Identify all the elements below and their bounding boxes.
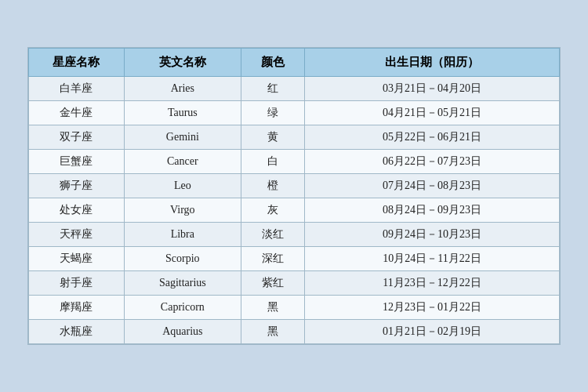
table-row: 白羊座Aries红03月21日－04月20日 [29,77,560,101]
cell-color: 绿 [241,101,304,125]
cell-chinese: 射手座 [29,271,125,296]
cell-english: Cancer [124,150,241,174]
cell-color: 黑 [241,296,304,320]
cell-color: 橙 [241,174,304,198]
cell-english: Sagittarius [124,271,241,296]
cell-date: 01月21日－02月19日 [305,320,560,344]
header-color: 颜色 [241,49,304,77]
cell-english: Scorpio [124,247,241,271]
table-row: 处女座Virgo灰08月24日－09月23日 [29,198,560,223]
cell-chinese: 巨蟹座 [29,150,125,174]
cell-english: Aries [124,77,241,101]
header-english: 英文名称 [124,49,241,77]
cell-date: 06月22日－07月23日 [305,150,560,174]
cell-chinese: 狮子座 [29,174,125,198]
cell-date: 03月21日－04月20日 [305,77,560,101]
cell-chinese: 水瓶座 [29,320,125,344]
cell-color: 深红 [241,247,304,271]
table-row: 水瓶座Aquarius黑01月21日－02月19日 [29,320,560,344]
cell-chinese: 天蝎座 [29,247,125,271]
cell-date: 05月22日－06月21日 [305,125,560,150]
cell-date: 12月23日－01月22日 [305,296,560,320]
cell-date: 10月24日－11月22日 [305,247,560,271]
table-row: 摩羯座Capricorn黑12月23日－01月22日 [29,296,560,320]
header-date: 出生日期（阳历） [305,49,560,77]
cell-date: 07月24日－08月23日 [305,174,560,198]
cell-english: Virgo [124,198,241,223]
cell-date: 09月24日－10月23日 [305,223,560,247]
cell-color: 黄 [241,125,304,150]
cell-color: 灰 [241,198,304,223]
cell-date: 04月21日－05月21日 [305,101,560,125]
zodiac-table-container: 星座名称 英文名称 颜色 出生日期（阳历） 白羊座Aries红03月21日－04… [27,47,561,345]
cell-english: Aquarius [124,320,241,344]
cell-color: 淡红 [241,223,304,247]
cell-english: Capricorn [124,296,241,320]
cell-date: 11月23日－12月22日 [305,271,560,296]
cell-english: Leo [124,174,241,198]
table-row: 双子座Gemini黄05月22日－06月21日 [29,125,560,150]
cell-date: 08月24日－09月23日 [305,198,560,223]
cell-chinese: 处女座 [29,198,125,223]
table-row: 射手座Sagittarius紫红11月23日－12月22日 [29,271,560,296]
table-row: 狮子座Leo橙07月24日－08月23日 [29,174,560,198]
cell-chinese: 双子座 [29,125,125,150]
table-header-row: 星座名称 英文名称 颜色 出生日期（阳历） [29,49,560,77]
table-row: 金牛座Taurus绿04月21日－05月21日 [29,101,560,125]
header-chinese: 星座名称 [29,49,125,77]
cell-color: 紫红 [241,271,304,296]
table-row: 天蝎座Scorpio深红10月24日－11月22日 [29,247,560,271]
cell-english: Libra [124,223,241,247]
cell-color: 白 [241,150,304,174]
table-row: 巨蟹座Cancer白06月22日－07月23日 [29,150,560,174]
cell-english: Taurus [124,101,241,125]
table-row: 天秤座Libra淡红09月24日－10月23日 [29,223,560,247]
cell-chinese: 摩羯座 [29,296,125,320]
cell-chinese: 天秤座 [29,223,125,247]
cell-english: Gemini [124,125,241,150]
zodiac-table: 星座名称 英文名称 颜色 出生日期（阳历） 白羊座Aries红03月21日－04… [28,48,560,344]
cell-chinese: 金牛座 [29,101,125,125]
cell-chinese: 白羊座 [29,77,125,101]
cell-color: 黑 [241,320,304,344]
cell-color: 红 [241,77,304,101]
